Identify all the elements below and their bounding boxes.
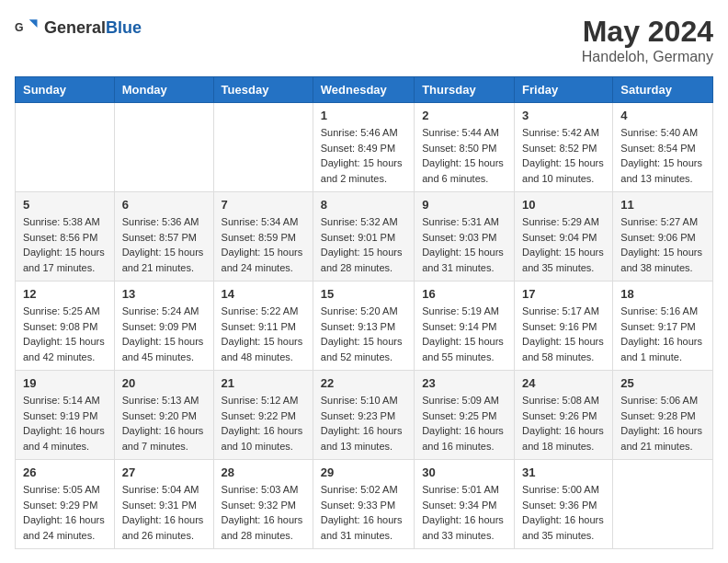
calendar-cell: 6Sunrise: 5:36 AMSunset: 8:57 PMDaylight… [114,192,213,282]
day-info: Sunrise: 5:14 AMSunset: 9:19 PMDaylight:… [23,393,107,454]
calendar-cell: 26Sunrise: 5:05 AMSunset: 9:29 PMDayligh… [16,460,115,549]
day-info: Sunrise: 5:17 AMSunset: 9:16 PMDaylight:… [522,304,605,364]
day-info: Sunrise: 5:13 AMSunset: 9:20 PMDaylight:… [122,393,206,454]
day-number: 24 [522,376,605,390]
day-header-tuesday: Tuesday [213,77,313,103]
day-info: Sunrise: 5:00 AMSunset: 9:36 PMDaylight:… [522,482,605,543]
day-number: 17 [522,287,605,301]
calendar-cell: 11Sunrise: 5:27 AMSunset: 9:06 PMDayligh… [613,192,713,282]
day-info: Sunrise: 5:29 AMSunset: 9:04 PMDaylight:… [522,214,605,275]
calendar-cell: 28Sunrise: 5:03 AMSunset: 9:32 PMDayligh… [213,460,313,549]
logo-general: General [44,18,106,37]
calendar-header-row: SundayMondayTuesdayWednesdayThursdayFrid… [16,77,713,103]
day-number: 5 [23,198,107,212]
calendar-cell [16,103,115,192]
day-number: 28 [222,465,305,479]
calendar-cell: 16Sunrise: 5:19 AMSunset: 9:14 PMDayligh… [415,282,515,371]
day-number: 3 [522,109,605,122]
day-number: 22 [321,376,406,390]
day-info: Sunrise: 5:36 AMSunset: 8:57 PMDaylight:… [122,214,206,275]
calendar-cell [114,103,213,192]
calendar-cell: 24Sunrise: 5:08 AMSunset: 9:26 PMDayligh… [515,371,613,460]
calendar-cell: 25Sunrise: 5:06 AMSunset: 9:28 PMDayligh… [613,371,713,460]
day-number: 27 [122,465,206,479]
day-number: 20 [122,376,206,390]
day-info: Sunrise: 5:32 AMSunset: 9:01 PMDaylight:… [321,214,406,275]
day-info: Sunrise: 5:05 AMSunset: 9:29 PMDaylight:… [23,482,107,543]
day-number: 10 [522,198,605,212]
day-info: Sunrise: 5:09 AMSunset: 9:25 PMDaylight:… [422,393,506,454]
calendar-cell: 2Sunrise: 5:44 AMSunset: 8:50 PMDaylight… [415,103,515,192]
calendar-cell: 31Sunrise: 5:00 AMSunset: 9:36 PMDayligh… [515,460,613,549]
calendar-cell: 9Sunrise: 5:31 AMSunset: 9:03 PMDaylight… [415,192,515,282]
day-number: 15 [321,287,406,301]
calendar-cell: 18Sunrise: 5:16 AMSunset: 9:17 PMDayligh… [613,282,713,371]
day-number: 11 [620,198,705,212]
calendar-cell [613,460,713,549]
day-info: Sunrise: 5:19 AMSunset: 9:14 PMDaylight:… [422,304,506,364]
day-number: 26 [23,465,107,479]
calendar-week-row: 12Sunrise: 5:25 AMSunset: 9:08 PMDayligh… [16,282,713,371]
calendar-cell: 3Sunrise: 5:42 AMSunset: 8:52 PMDaylight… [515,103,613,192]
day-info: Sunrise: 5:25 AMSunset: 9:08 PMDaylight:… [23,304,107,364]
day-number: 16 [422,287,506,301]
calendar-cell: 8Sunrise: 5:32 AMSunset: 9:01 PMDaylight… [313,192,414,282]
day-header-monday: Monday [114,77,213,103]
day-info: Sunrise: 5:02 AMSunset: 9:33 PMDaylight:… [321,482,406,543]
calendar-week-row: 26Sunrise: 5:05 AMSunset: 9:29 PMDayligh… [16,460,713,549]
day-info: Sunrise: 5:08 AMSunset: 9:26 PMDaylight:… [522,393,605,454]
day-info: Sunrise: 5:04 AMSunset: 9:31 PMDaylight:… [122,482,206,543]
calendar-cell [213,103,313,192]
calendar-cell: 27Sunrise: 5:04 AMSunset: 9:31 PMDayligh… [114,460,213,549]
calendar-table: SundayMondayTuesdayWednesdayThursdayFrid… [15,76,713,549]
day-number: 7 [222,198,305,212]
day-info: Sunrise: 5:42 AMSunset: 8:52 PMDaylight:… [522,125,605,186]
calendar-cell: 29Sunrise: 5:02 AMSunset: 9:33 PMDayligh… [313,460,414,549]
calendar-cell: 12Sunrise: 5:25 AMSunset: 9:08 PMDayligh… [16,282,115,371]
calendar-cell: 1Sunrise: 5:46 AMSunset: 8:49 PMDaylight… [313,103,414,192]
day-info: Sunrise: 5:03 AMSunset: 9:32 PMDaylight:… [222,482,305,543]
day-number: 2 [422,109,506,122]
month-title: May 2024 [582,15,713,49]
day-number: 23 [422,376,506,390]
day-info: Sunrise: 5:38 AMSunset: 8:56 PMDaylight:… [23,214,107,275]
page-header: G GeneralBlue May 2024 Handeloh, Germany [15,15,713,65]
calendar-week-row: 5Sunrise: 5:38 AMSunset: 8:56 PMDaylight… [16,192,713,282]
calendar-cell: 15Sunrise: 5:20 AMSunset: 9:13 PMDayligh… [313,282,414,371]
day-info: Sunrise: 5:40 AMSunset: 8:54 PMDaylight:… [620,125,705,186]
calendar-cell: 17Sunrise: 5:17 AMSunset: 9:16 PMDayligh… [515,282,613,371]
calendar-cell: 20Sunrise: 5:13 AMSunset: 9:20 PMDayligh… [114,371,213,460]
day-info: Sunrise: 5:16 AMSunset: 9:17 PMDaylight:… [620,304,705,364]
day-number: 18 [620,287,705,301]
day-number: 29 [321,465,406,479]
calendar-cell: 7Sunrise: 5:34 AMSunset: 8:59 PMDaylight… [213,192,313,282]
day-number: 6 [122,198,206,212]
calendar-cell: 5Sunrise: 5:38 AMSunset: 8:56 PMDaylight… [16,192,115,282]
calendar-cell: 19Sunrise: 5:14 AMSunset: 9:19 PMDayligh… [16,371,115,460]
day-number: 12 [23,287,107,301]
day-number: 1 [321,109,406,122]
calendar-cell: 14Sunrise: 5:22 AMSunset: 9:11 PMDayligh… [213,282,313,371]
day-header-wednesday: Wednesday [313,77,414,103]
day-number: 8 [321,198,406,212]
day-info: Sunrise: 5:27 AMSunset: 9:06 PMDaylight:… [620,214,705,275]
calendar-week-row: 1Sunrise: 5:46 AMSunset: 8:49 PMDaylight… [16,103,713,192]
day-number: 4 [620,109,705,122]
day-header-thursday: Thursday [415,77,515,103]
calendar-cell: 23Sunrise: 5:09 AMSunset: 9:25 PMDayligh… [415,371,515,460]
day-header-friday: Friday [515,77,613,103]
day-number: 14 [222,287,305,301]
day-info: Sunrise: 5:06 AMSunset: 9:28 PMDaylight:… [620,393,705,454]
title-block: May 2024 Handeloh, Germany [582,15,713,65]
calendar-week-row: 19Sunrise: 5:14 AMSunset: 9:19 PMDayligh… [16,371,713,460]
location-title: Handeloh, Germany [582,49,713,65]
day-number: 21 [222,376,305,390]
day-info: Sunrise: 5:20 AMSunset: 9:13 PMDaylight:… [321,304,406,364]
svg-text:G: G [15,21,24,34]
day-number: 30 [422,465,506,479]
day-info: Sunrise: 5:44 AMSunset: 8:50 PMDaylight:… [422,125,506,186]
day-info: Sunrise: 5:22 AMSunset: 9:11 PMDaylight:… [222,304,305,364]
calendar-cell: 22Sunrise: 5:10 AMSunset: 9:23 PMDayligh… [313,371,414,460]
calendar-cell: 30Sunrise: 5:01 AMSunset: 9:34 PMDayligh… [415,460,515,549]
day-info: Sunrise: 5:01 AMSunset: 9:34 PMDaylight:… [422,482,506,543]
